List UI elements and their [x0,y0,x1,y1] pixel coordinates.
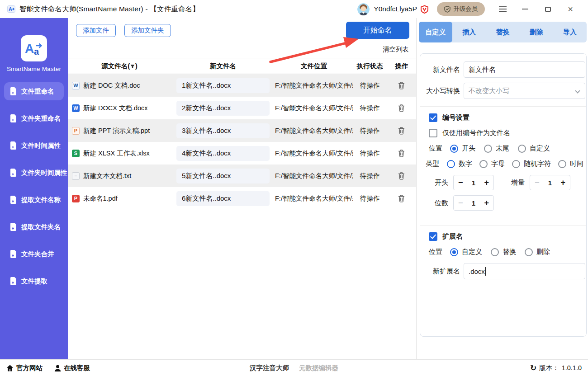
extension-position-row: 位置 自定义 替换 删除 [420,248,586,256]
upgrade-member-button[interactable]: 升级会员 [437,2,485,16]
sidebar-item-folder-time[interactable]: 文件夹时间属性 [4,164,64,182]
maximize-button[interactable] [536,2,559,16]
radio-ext-delete[interactable]: 删除 [525,248,550,256]
clear-list-button[interactable]: 清空列表 [383,46,409,53]
check-update-icon[interactable]: ↻ [530,363,536,372]
delete-row-icon[interactable] [398,104,405,112]
new-filename-input[interactable]: 新文件名 [464,61,585,78]
radio-type-number[interactable]: 数字 [447,160,472,168]
radio-type-random[interactable]: 随机字符 [512,160,551,168]
delete-row-icon[interactable] [398,150,405,157]
add-folder-button[interactable]: 添加文件夹 [124,24,171,37]
tab-insert[interactable]: 插入 [452,22,486,42]
sidebar-item-label: 提取文件名称 [21,196,61,204]
extension-checkbox-row[interactable]: 扩展名 [420,232,586,241]
tab-import[interactable]: 导入 [553,22,587,42]
file-path: F:/智能文件命名大师/文件/未 [275,194,353,203]
metadata-editor-link[interactable]: 元数据编辑器 [299,364,338,372]
numbering-checkbox-row[interactable]: 编号设置 [420,113,586,122]
plus-button[interactable]: + [484,199,489,207]
official-site-link[interactable]: 官方网站 [6,364,43,372]
extension-checkbox[interactable] [429,232,437,241]
sidebar-item-label: 文件夹重命名 [21,114,61,123]
new-extension-input[interactable]: .docx [464,263,585,279]
number-position-row: 位置 开头 末尾 自定义 [420,144,586,153]
new-name-input[interactable]: 3新文件名..docx [176,123,270,138]
header-source: 源文件名() [68,62,171,70]
radio-position-start[interactable]: 开头 [450,144,475,153]
radio-ext-replace[interactable]: 替换 [491,248,516,256]
new-name-input[interactable]: 4新文件名..docx [176,146,270,161]
main-area: 添加文件 添加文件夹 开始命名 清空列表 源文件名() 新文件名 文件位置 执行… [68,18,416,359]
delete-row-icon[interactable] [398,82,405,89]
new-name-input[interactable]: 5新文件名..docx [176,169,270,183]
start-value: 1 [472,179,475,187]
delete-row-icon[interactable] [398,127,405,135]
source-filename: 未命名1.pdf [83,194,118,203]
section-divider [420,225,586,226]
only-number-checkbox[interactable] [429,129,437,137]
window-controls: × [491,2,582,16]
sidebar-item-extract-foldername[interactable]: 提取文件夹名 [4,218,64,236]
menu-button[interactable] [491,2,514,16]
file-path: F:/智能文件命名大师/文件/新 [275,127,353,135]
minus-button[interactable]: − [458,179,463,187]
sidebar-item-folder-rename[interactable]: 文件夹重命名 [4,109,64,127]
version-info: ↻ 版本： 1.0.1.0 [530,363,582,372]
minus-button[interactable]: − [535,179,540,187]
delete-row-icon[interactable] [398,172,405,180]
minus-button[interactable]: − [458,199,463,207]
delete-row-icon[interactable] [398,195,405,202]
new-name-input[interactable]: 1新文件名..docx [176,78,270,93]
radio-type-letter[interactable]: 字母 [479,160,505,168]
new-extension-label: 新扩展名 [424,267,460,276]
upgrade-label: 升级会员 [453,5,478,13]
digits-label: 位数 [432,199,448,207]
sidebar-item-file-time[interactable]: 文件时间属性 [4,136,64,155]
user-avatar[interactable] [357,3,370,15]
sidebar-item-folder-merge[interactable]: 文件夹合并 [4,245,64,263]
case-convert-select[interactable]: 不改变大小写 [464,83,585,99]
numbering-checkbox[interactable] [429,113,437,122]
pinyin-master-link[interactable]: 汉字注音大师 [250,364,289,372]
close-button[interactable]: × [559,2,582,16]
filter-icon[interactable] [130,64,135,69]
tab-custom[interactable]: 自定义 [419,22,452,42]
minimize-button[interactable] [514,2,536,16]
add-file-button[interactable]: 添加文件 [76,24,116,37]
radio-dot [558,160,566,168]
header-location: 文件位置 [275,62,353,70]
radio-dot [479,160,488,168]
plus-button[interactable]: + [560,179,565,187]
sidebar-item-extract-filename[interactable]: 提取文件名称 [4,191,64,209]
hamburger-icon [499,9,507,9]
chevron-down-icon [575,88,580,93]
online-support-link[interactable]: 在线客服 [54,364,90,372]
header-status: 执行状态 [353,62,387,70]
online-support-label: 在线客服 [64,364,90,372]
radio-position-custom[interactable]: 自定义 [518,144,550,153]
version-number: 1.0.1.0 [562,364,582,371]
start-rename-button[interactable]: 开始命名 [346,22,409,39]
sidebar-item-label: 文件夹时间属性 [21,169,67,177]
tab-replace[interactable]: 替换 [486,22,519,42]
table-row: P未命名1.pdf 6新文件名..docx F:/智能文件命名大师/文件/未 待… [68,187,416,210]
only-number-checkbox-row[interactable]: 仅使用编号作为文件名 [420,129,586,137]
radio-type-time[interactable]: 时间 [558,160,583,168]
table-header: 源文件名() 新文件名 文件位置 执行状态 操作 [68,58,416,74]
toolbar: 添加文件 添加文件夹 开始命名 [68,18,416,39]
new-name-input[interactable]: 6新文件名..docx [176,191,270,206]
status-text: 待操作 [353,194,387,203]
radio-ext-custom[interactable]: 自定义 [450,248,482,256]
sidebar-item-file-rename[interactable]: 文件重命名 [4,82,64,100]
sidebar-item-file-extract[interactable]: 文件提取 [4,272,64,290]
sidebar: A a SmartName Master 文件重命名 文件夹重命名 文件时间属性… [0,18,68,359]
tab-delete[interactable]: 删除 [520,22,553,42]
vip-shield-icon [420,5,429,14]
plus-button[interactable]: + [484,179,489,187]
radio-position-end[interactable]: 末尾 [484,144,509,153]
new-name-input[interactable]: 2新文件名..docx [176,101,270,116]
source-filename: 新建 DOC 文档.doc [83,81,140,90]
username[interactable]: Y0ndfcLlya5P [374,5,417,13]
word-doc-file-icon: W [72,82,80,89]
